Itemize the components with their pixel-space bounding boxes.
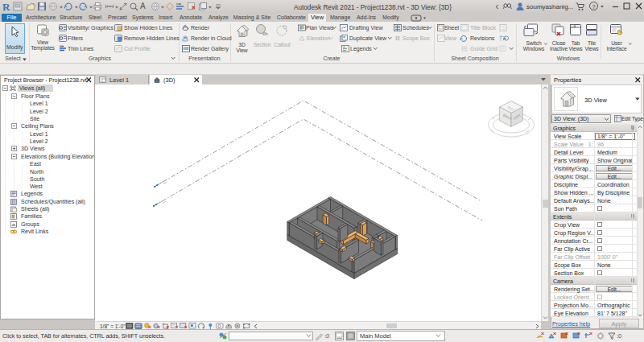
svg-text:A: A [140, 2, 146, 10]
svg-text:?: ? [592, 3, 596, 10]
svg-text:soumyashanig...: soumyashanig... [526, 3, 573, 10]
